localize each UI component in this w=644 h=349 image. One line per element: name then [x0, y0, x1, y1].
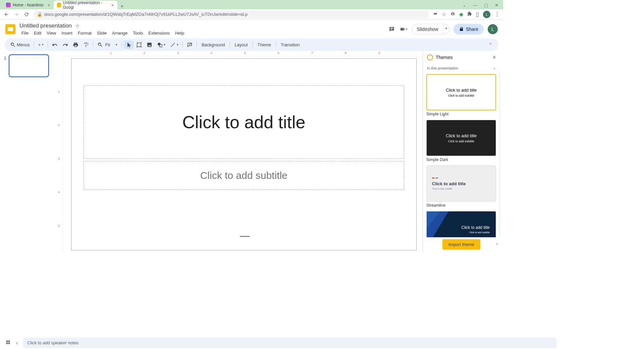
search-menus[interactable]: Menus [8, 41, 32, 49]
theme-label: Streamline [426, 203, 496, 208]
shape-tool[interactable]: ▾ [155, 41, 167, 49]
print-button[interactable] [71, 41, 80, 49]
film-strip[interactable]: 1 [0, 51, 57, 252]
menu-insert[interactable]: Insert [59, 30, 74, 36]
menu-extensions[interactable]: Extensions [147, 30, 172, 36]
comment-tool[interactable]: + [185, 41, 195, 49]
palette-icon [427, 54, 433, 60]
redo-button[interactable] [60, 41, 70, 49]
chevron-down-icon: ⌄ [493, 66, 496, 70]
browser-tab-boardmix[interactable]: Home - boardmix × [3, 1, 54, 9]
new-tab-button[interactable]: + [117, 3, 127, 9]
theme-button[interactable]: Theme [255, 41, 274, 49]
ruler-horizontal: 1 2 3 4 5 6 7 8 9 [63, 51, 423, 56]
menu-arrange[interactable]: Arrange [110, 30, 129, 36]
favicon-slides [57, 3, 61, 7]
panel-section-header[interactable]: In this presentation ⌄ [423, 64, 500, 72]
app-header: Untitled presentation ☆ File Edit View I… [0, 19, 503, 37]
menu-slide[interactable]: Slide [95, 30, 109, 36]
menu-file[interactable]: File [19, 30, 31, 36]
main-area: 1 1 2 3 4 5 6 7 8 9 1 2 3 4 5 Click to a… [0, 51, 503, 252]
chevron-down-icon[interactable]: ⌄ [463, 3, 466, 8]
tab-title: Untitled presentation - Googl [63, 0, 107, 10]
comments-icon[interactable] [388, 25, 396, 33]
select-tool[interactable] [124, 41, 133, 49]
puzzle-icon[interactable] [467, 11, 472, 17]
menu-view[interactable]: View [45, 30, 58, 36]
svg-rect-1 [160, 44, 162, 47]
back-icon[interactable] [3, 11, 9, 17]
textbox-tool[interactable] [134, 41, 144, 49]
close-panel-icon[interactable]: × [493, 54, 496, 60]
svg-text:+: + [190, 42, 192, 45]
theme-label: Simple Light [426, 112, 496, 116]
line-tool[interactable]: ▾ [168, 41, 180, 49]
transition-button[interactable]: Transition [278, 41, 303, 49]
favicon-boardmix [6, 3, 11, 7]
maximize-icon[interactable]: ▢ [484, 3, 488, 8]
extension-icon[interactable]: ◆ [459, 11, 463, 17]
share-label: Share [466, 27, 478, 32]
theme-focus[interactable]: Click to add title Click to add subtitle [426, 211, 496, 237]
panel-title: Themes [436, 55, 490, 60]
image-tool[interactable] [145, 41, 154, 49]
menu-tools[interactable]: Tools [131, 30, 145, 36]
svg-line-2 [171, 43, 175, 46]
ruler-vertical: 1 2 3 4 5 [57, 56, 63, 252]
title-placeholder[interactable]: Click to add title [84, 86, 404, 159]
theme-simple-dark[interactable]: Click to add title Click to add subtitle [426, 120, 496, 156]
browser-address-bar: 🔒 docs.google.com/presentation/d/1QWsbjT… [0, 9, 503, 19]
menu-help[interactable]: Help [173, 30, 186, 36]
forward-icon[interactable] [13, 11, 19, 17]
slideshow-button[interactable]: Slideshow [412, 24, 443, 35]
canvas-area: 1 2 3 4 5 6 7 8 9 1 2 3 4 5 Click to add… [57, 51, 423, 252]
reload-icon[interactable] [23, 11, 30, 17]
browser-tab-slides[interactable]: Untitled presentation - Googl × [54, 1, 117, 9]
profile-badge[interactable]: L [483, 11, 490, 18]
url-text: docs.google.com/presentation/d/1QWsbjTrE… [44, 12, 248, 17]
background-button[interactable]: Background [199, 41, 227, 49]
menu-format[interactable]: Format [76, 30, 94, 36]
undo-button[interactable] [50, 41, 60, 49]
slide-thumbnail[interactable] [9, 54, 49, 77]
menu-edit[interactable]: Edit [32, 30, 43, 36]
panel-icon[interactable]: ▯ [476, 11, 479, 17]
layout-button[interactable]: Layout [232, 41, 250, 49]
share-url-icon[interactable] [433, 11, 438, 17]
slideshow-dropdown[interactable]: ▾ [443, 24, 449, 35]
themes-panel: Themes × In this presentation ⌄ Click to… [423, 51, 500, 252]
paint-format-button[interactable] [81, 41, 91, 49]
url-field[interactable]: 🔒 docs.google.com/presentation/d/1QWsbjT… [34, 10, 429, 18]
meet-icon[interactable]: ▾ [400, 25, 408, 33]
collapse-toolbar-icon[interactable]: ⌃ [486, 41, 495, 49]
new-slide-button[interactable]: + ▾ [36, 41, 46, 49]
theme-label: Simple Dark [426, 157, 496, 162]
theme-streamline[interactable]: Click to add title Click to add subtitle [426, 165, 496, 202]
menubar: File Edit View Insert Format Slide Arran… [19, 30, 388, 36]
theme-simple-light[interactable]: Click to add title Click to add subtitle [426, 74, 496, 110]
account-avatar[interactable]: L [488, 24, 498, 34]
lock-icon: 🔒 [37, 12, 42, 17]
star-icon[interactable]: ☆ [442, 11, 446, 17]
star-icon[interactable]: ☆ [75, 23, 79, 29]
subtitle-placeholder[interactable]: Click to add subtitle [84, 161, 404, 190]
close-icon[interactable]: × [48, 3, 50, 8]
themes-list[interactable]: Click to add title Click to add subtitle… [423, 72, 500, 237]
slide-canvas[interactable]: Click to add title Click to add subtitle [71, 58, 417, 250]
slides-logo[interactable] [5, 24, 15, 34]
import-theme-button[interactable]: Import theme [442, 239, 480, 250]
zoom-button[interactable]: Fit▾ [95, 41, 119, 49]
minimize-icon[interactable]: — [473, 3, 477, 8]
notes-resize-handle[interactable] [240, 236, 250, 237]
tab-title: Home - boardmix [13, 3, 44, 7]
document-title[interactable]: Untitled presentation [19, 22, 72, 29]
toolbar: Menus + ▾ Fit▾ ▾ ▾ + Background Layout T… [5, 38, 498, 51]
window-controls: ⌄ — ▢ ✕ [463, 1, 503, 9]
close-window-icon[interactable]: ✕ [495, 3, 498, 8]
close-icon[interactable]: × [111, 3, 114, 8]
kebab-menu-icon[interactable]: ⋮ [494, 11, 500, 17]
share-button[interactable]: Share [453, 24, 484, 35]
camera-icon[interactable] [450, 11, 455, 17]
browser-tab-strip: Home - boardmix × Untitled presentation … [0, 0, 503, 9]
side-panel-toggle-icon[interactable]: ‹ [496, 241, 498, 246]
